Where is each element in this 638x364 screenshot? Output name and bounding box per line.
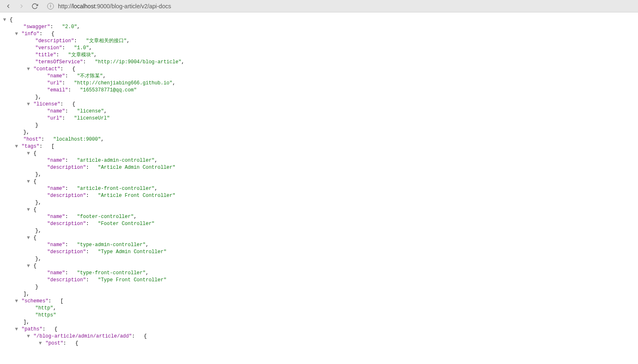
json-key: post: [48, 340, 60, 346]
toggle-icon[interactable]: ▼: [26, 101, 31, 108]
json-key: description: [50, 165, 83, 170]
url-bar[interactable]: http://localhost:9000/blog-article/v2/ap…: [58, 3, 171, 10]
toggle-icon[interactable]: ▼: [14, 326, 19, 333]
toggle-icon[interactable]: ▼: [26, 235, 31, 242]
json-value: licenseUrl: [77, 115, 107, 121]
reload-button[interactable]: [30, 1, 40, 11]
json-value: Type Front Controller: [101, 277, 164, 283]
json-key: info: [24, 31, 36, 37]
json-key: swagger: [26, 24, 47, 30]
json-key: paths: [24, 326, 39, 332]
json-value: 2.0: [65, 24, 74, 30]
url-prefix: http://: [58, 3, 72, 10]
json-value: Type Admin Controller: [101, 249, 164, 255]
json-value: article-admin-controller: [80, 158, 152, 163]
json-viewer: ▼ { "swagger": "2.0", ▼ "info": { "descr…: [0, 12, 638, 351]
url-suffix: :9000/blog-article/v2/api-docs: [95, 3, 171, 10]
toggle-icon[interactable]: ▼: [26, 178, 31, 185]
json-key: description: [38, 38, 71, 44]
json-key: host: [26, 136, 39, 142]
json-value: https: [38, 312, 53, 318]
json-key: description: [50, 221, 83, 227]
toggle-icon[interactable]: ▼: [26, 150, 31, 157]
toggle-icon[interactable]: ▼: [26, 333, 31, 340]
toggle-icon[interactable]: ▼: [2, 17, 7, 24]
json-value: 不才陈某: [80, 73, 100, 79]
json-key: name: [50, 186, 62, 192]
json-value: localhost:9000: [56, 136, 98, 142]
toggle-icon[interactable]: ▼: [26, 206, 31, 213]
json-key: contact: [36, 66, 57, 72]
json-value: Footer Controller: [101, 221, 152, 227]
json-key: schemes: [24, 298, 45, 304]
json-key: description: [50, 249, 83, 255]
json-key: description: [50, 277, 83, 283]
json-key: name: [50, 242, 62, 248]
toggle-icon[interactable]: ▼: [14, 31, 19, 38]
json-value: article-front-controller: [80, 186, 152, 192]
json-value: license: [80, 108, 101, 114]
toggle-icon[interactable]: ▼: [14, 298, 19, 305]
json-key: termsOfService: [38, 59, 80, 65]
json-value: 1655378771@qq.com: [83, 87, 133, 93]
json-key: name: [50, 73, 62, 79]
toggle-icon[interactable]: ▼: [14, 143, 19, 150]
json-key: name: [50, 108, 62, 114]
json-value: Article Admin Controller: [101, 165, 173, 170]
json-value: type-front-controller: [80, 270, 142, 276]
browser-toolbar: i http://localhost:9000/blog-article/v2/…: [0, 0, 638, 12]
json-value: 1.0: [77, 45, 86, 51]
json-key: title: [38, 52, 53, 58]
json-value: type-admin-controller: [80, 242, 142, 248]
back-button[interactable]: [3, 1, 13, 11]
json-key: email: [50, 87, 65, 93]
forward-button[interactable]: [17, 1, 26, 11]
json-value: http://ip:9004/blog-article: [98, 59, 178, 65]
toggle-icon[interactable]: ▼: [26, 66, 31, 73]
json-key: version: [38, 45, 59, 51]
json-key: name: [50, 158, 62, 163]
json-key: url: [50, 80, 59, 86]
json-key: url: [50, 115, 59, 121]
toggle-icon[interactable]: ▼: [26, 263, 31, 270]
json-value: Article Front Controller: [101, 193, 173, 199]
url-host: localhost: [72, 3, 95, 10]
json-key: tags: [24, 144, 36, 149]
json-key: name: [50, 214, 62, 220]
json-value: http://chenjiabing666.github.io: [77, 80, 169, 86]
json-value: 文章模块: [71, 52, 91, 58]
site-info-icon[interactable]: i: [47, 3, 54, 10]
json-value: footer-controller: [80, 214, 130, 220]
json-key: /blog-article/admin/article/add: [36, 333, 129, 339]
json-key: license: [36, 101, 57, 107]
json-value: 文章相关的接口: [89, 38, 124, 44]
json-value: http: [38, 305, 50, 311]
toggle-icon[interactable]: ▼: [38, 340, 42, 347]
json-key: description: [50, 193, 83, 199]
json-key: name: [50, 270, 62, 276]
